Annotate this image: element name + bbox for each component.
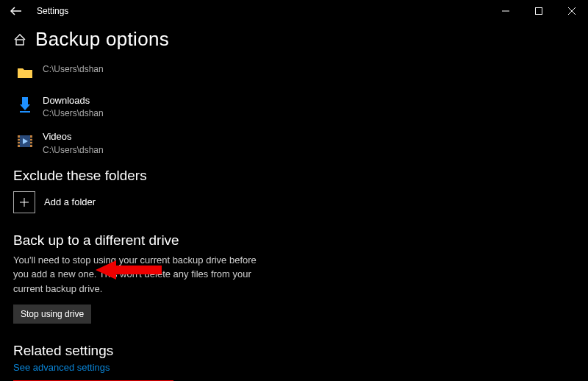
page-title: Backup options: [35, 28, 169, 51]
svg-rect-13: [18, 140, 20, 142]
home-icon[interactable]: [13, 33, 28, 46]
different-drive-body: You'll need to stop using your current b…: [13, 253, 263, 296]
svg-rect-8: [20, 111, 30, 113]
see-advanced-settings-link[interactable]: See advanced settings: [13, 362, 110, 373]
add-folder-button[interactable]: Add a folder: [13, 191, 575, 213]
window-title: Settings: [37, 6, 68, 16]
different-drive-heading: Back up to a different drive: [13, 232, 575, 249]
close-button[interactable]: [555, 0, 588, 22]
folder-icon: [13, 63, 37, 83]
folder-item[interactable]: C:\Users\dshan: [13, 58, 575, 90]
plus-icon: [13, 191, 35, 213]
related-settings-heading: Related settings: [13, 343, 575, 359]
svg-rect-5: [16, 40, 24, 45]
svg-rect-16: [30, 140, 32, 142]
svg-rect-17: [30, 143, 32, 145]
folder-item[interactable]: Videos C:\Users\dshan: [13, 127, 575, 163]
svg-rect-12: [18, 138, 20, 139]
folder-path: C:\Users\dshan: [43, 108, 104, 119]
maximize-button[interactable]: [522, 0, 555, 22]
downloads-icon: [13, 95, 37, 115]
exclude-heading: Exclude these folders: [13, 168, 575, 184]
svg-marker-7: [20, 104, 30, 110]
folder-path: C:\Users\dshan: [43, 145, 104, 156]
svg-rect-2: [535, 8, 542, 15]
folder-item[interactable]: Downloads C:\Users\dshan: [13, 90, 575, 127]
stop-using-drive-button[interactable]: Stop using drive: [13, 305, 91, 324]
videos-icon: [13, 131, 37, 152]
svg-rect-14: [18, 143, 20, 145]
svg-rect-6: [22, 97, 28, 104]
add-folder-label: Add a folder: [44, 196, 96, 207]
folder-name: Downloads: [43, 95, 104, 107]
backup-folder-list: C:\Users\dshan Downloads C:\Users\dshan: [13, 58, 575, 163]
minimize-button[interactable]: [489, 0, 522, 22]
folder-name: Videos: [43, 131, 104, 143]
back-button[interactable]: [10, 6, 24, 16]
folder-path: C:\Users\dshan: [43, 64, 104, 75]
svg-rect-15: [30, 138, 32, 139]
